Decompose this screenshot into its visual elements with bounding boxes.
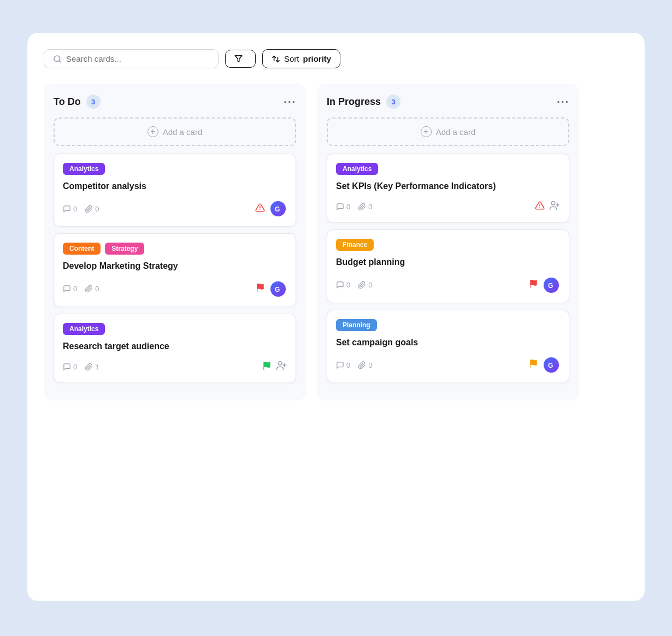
comment-count: 0 bbox=[73, 363, 77, 371]
svg-point-11 bbox=[278, 362, 282, 366]
avatar[interactable]: G bbox=[269, 200, 287, 217]
card-title-card6: Set campaign goals bbox=[336, 337, 560, 349]
tag-analytics: Analytics bbox=[336, 163, 378, 175]
card-footer-card5: 00G bbox=[336, 276, 560, 294]
avatar[interactable]: G bbox=[543, 356, 560, 374]
filter-button[interactable] bbox=[225, 50, 256, 68]
add-user-icon[interactable] bbox=[549, 200, 560, 214]
tag-analytics: Analytics bbox=[63, 323, 105, 335]
comment-count: 0 bbox=[346, 281, 350, 289]
svg-line-1 bbox=[59, 61, 61, 62]
card-tags-card1: Analytics bbox=[63, 163, 287, 175]
comment-icon bbox=[336, 361, 344, 369]
column-title-inprogress: In Progress bbox=[327, 96, 381, 108]
card-meta-card4: 00 bbox=[336, 203, 372, 211]
svg-text:G: G bbox=[275, 205, 280, 213]
column-title-group-todo: To Do3 bbox=[54, 95, 101, 109]
flag-icon[interactable] bbox=[529, 279, 538, 291]
comment-count: 0 bbox=[346, 361, 350, 369]
add-card-label: Add a card bbox=[436, 127, 476, 137]
column-menu-inprogress[interactable]: ··· bbox=[557, 96, 569, 108]
card-card6[interactable]: PlanningSet campaign goals00G bbox=[327, 310, 569, 383]
tag-analytics: Analytics bbox=[63, 163, 105, 175]
attachment-icon bbox=[358, 361, 366, 369]
add-user-icon[interactable] bbox=[276, 360, 287, 374]
card-actions-card1: G bbox=[255, 200, 287, 217]
flag-icon[interactable] bbox=[529, 359, 538, 371]
comment-count: 0 bbox=[73, 205, 77, 213]
comment-icon bbox=[63, 285, 71, 293]
column-inprogress: In Progress3···+Add a cardAnalyticsSet K… bbox=[317, 84, 579, 401]
flag-icon[interactable] bbox=[256, 283, 265, 295]
attachment-meta: 0 bbox=[358, 361, 372, 369]
card-card5[interactable]: FinanceBudget planning00G bbox=[327, 229, 569, 303]
svg-marker-2 bbox=[235, 56, 242, 62]
card-footer-card4: 00 bbox=[336, 200, 560, 214]
column-header-todo: To Do3··· bbox=[54, 95, 296, 109]
search-wrapper[interactable] bbox=[44, 49, 219, 68]
svg-text:G: G bbox=[275, 285, 280, 293]
add-card-placeholder-todo[interactable]: +Add a card bbox=[54, 117, 296, 146]
card-meta-card5: 00 bbox=[336, 281, 372, 289]
comment-meta: 0 bbox=[63, 285, 77, 293]
card-meta-card2: 00 bbox=[63, 285, 99, 293]
svg-point-16 bbox=[551, 202, 555, 205]
card-card4[interactable]: AnalyticsSet KPIs (Key Performance Indic… bbox=[327, 154, 569, 223]
card-meta-card3: 01 bbox=[63, 363, 99, 371]
card-actions-card3 bbox=[262, 360, 287, 374]
avatar[interactable]: G bbox=[269, 280, 287, 298]
attachment-meta: 0 bbox=[358, 281, 372, 289]
sort-button[interactable]: Sort priority bbox=[262, 49, 340, 68]
column-title-group-inprogress: In Progress3 bbox=[327, 95, 400, 109]
tag-finance: Finance bbox=[336, 239, 374, 251]
attachment-icon bbox=[85, 363, 93, 371]
plus-icon: + bbox=[421, 126, 432, 137]
card-meta-card6: 00 bbox=[336, 361, 372, 369]
card-tags-card3: Analytics bbox=[63, 323, 287, 335]
attachment-meta: 0 bbox=[85, 285, 99, 293]
card-actions-card5: G bbox=[529, 276, 560, 294]
card-card3[interactable]: AnalyticsResearch target audience01 bbox=[54, 314, 296, 383]
card-title-card2: Develop Marketing Strategy bbox=[63, 260, 287, 272]
comment-count: 0 bbox=[346, 203, 350, 211]
comment-meta: 0 bbox=[63, 205, 77, 213]
comment-meta: 0 bbox=[336, 203, 350, 211]
attachment-meta: 1 bbox=[85, 363, 99, 371]
card-tags-card2: ContentStrategy bbox=[63, 243, 287, 255]
search-icon bbox=[53, 55, 62, 63]
tag-strategy: Strategy bbox=[105, 243, 144, 255]
card-footer-card1: 00G bbox=[63, 200, 287, 217]
search-input[interactable] bbox=[66, 54, 209, 63]
column-count-inprogress: 3 bbox=[386, 95, 400, 109]
alert-icon[interactable] bbox=[255, 203, 265, 215]
attachment-icon bbox=[85, 285, 93, 293]
card-meta-card1: 00 bbox=[63, 205, 99, 213]
comment-count: 0 bbox=[73, 285, 77, 293]
card-card1[interactable]: AnalyticsCompetitor analysis00G bbox=[54, 154, 296, 227]
comment-icon bbox=[63, 205, 71, 213]
card-footer-card6: 00G bbox=[336, 356, 560, 374]
card-title-card1: Competitor analysis bbox=[63, 180, 287, 192]
attachment-count: 0 bbox=[95, 205, 99, 213]
card-tags-card6: Planning bbox=[336, 319, 560, 331]
flag-icon[interactable] bbox=[262, 361, 272, 373]
svg-text:G: G bbox=[548, 281, 553, 289]
column-menu-todo[interactable]: ··· bbox=[284, 96, 296, 108]
attachment-meta: 0 bbox=[85, 205, 99, 213]
board-columns: To Do3···+Add a cardAnalyticsCompetitor … bbox=[44, 84, 628, 401]
avatar[interactable]: G bbox=[543, 276, 560, 294]
card-card2[interactable]: ContentStrategyDevelop Marketing Strateg… bbox=[54, 233, 296, 307]
tag-content: Content bbox=[63, 243, 101, 255]
card-footer-card3: 01 bbox=[63, 360, 287, 374]
comment-meta: 0 bbox=[336, 281, 350, 289]
svg-text:G: G bbox=[548, 362, 553, 369]
card-actions-card6: G bbox=[529, 356, 560, 374]
column-todo: To Do3···+Add a cardAnalyticsCompetitor … bbox=[44, 84, 306, 401]
comment-meta: 0 bbox=[63, 363, 77, 371]
alert-icon[interactable] bbox=[535, 201, 545, 213]
attachment-icon bbox=[85, 205, 93, 213]
card-title-card3: Research target audience bbox=[63, 340, 287, 352]
card-title-card5: Budget planning bbox=[336, 256, 560, 268]
main-container: Sort priority To Do3···+Add a cardAnalyt… bbox=[27, 33, 645, 601]
add-card-placeholder-inprogress[interactable]: +Add a card bbox=[327, 117, 569, 146]
